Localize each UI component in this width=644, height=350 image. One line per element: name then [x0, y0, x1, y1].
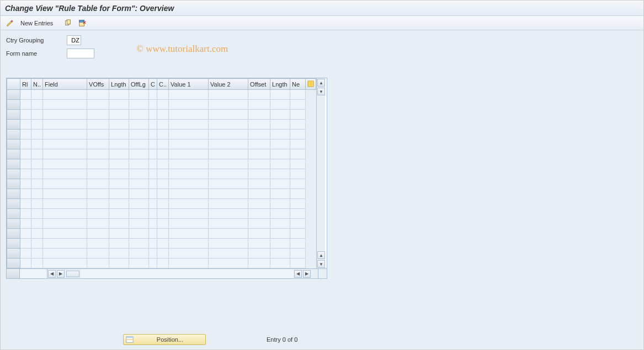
column-header[interactable]: Offset	[248, 79, 270, 90]
cell[interactable]	[209, 139, 248, 149]
column-header[interactable]: Ne	[290, 79, 306, 90]
cell[interactable]	[149, 219, 157, 229]
cell[interactable]	[248, 239, 270, 249]
cell[interactable]	[109, 189, 129, 199]
cell[interactable]	[169, 149, 209, 159]
cell[interactable]	[149, 189, 157, 199]
cell[interactable]	[290, 149, 306, 159]
cell[interactable]	[169, 199, 209, 209]
column-header[interactable]: Lngth	[109, 79, 129, 90]
row-selector[interactable]	[7, 209, 20, 219]
cell[interactable]	[290, 100, 306, 110]
cell[interactable]	[169, 159, 209, 169]
cell[interactable]	[157, 239, 169, 249]
cell[interactable]	[290, 239, 306, 249]
cell[interactable]	[20, 259, 31, 268]
new-entries-button[interactable]: New Entries	[18, 18, 60, 29]
cell[interactable]	[20, 229, 31, 239]
cell[interactable]	[209, 239, 248, 249]
cell[interactable]	[129, 169, 149, 179]
cell[interactable]	[248, 229, 270, 239]
cell[interactable]	[290, 110, 306, 120]
form-name-input[interactable]	[67, 49, 94, 58]
toggle-display-change-button[interactable]	[4, 18, 16, 29]
cell[interactable]	[129, 179, 149, 189]
cell[interactable]	[290, 179, 306, 189]
cell[interactable]	[43, 189, 87, 199]
column-header[interactable]: C	[149, 79, 157, 90]
cell[interactable]	[169, 219, 209, 229]
cell[interactable]	[31, 249, 43, 259]
column-header[interactable]: Value 2	[209, 79, 248, 90]
cell[interactable]	[157, 169, 169, 179]
cell[interactable]	[270, 229, 290, 239]
cell[interactable]	[290, 259, 306, 268]
cell[interactable]	[109, 159, 129, 169]
cell[interactable]	[109, 259, 129, 268]
cell[interactable]	[129, 130, 149, 139]
cell[interactable]	[149, 110, 157, 120]
cell[interactable]	[109, 199, 129, 209]
cell[interactable]	[290, 219, 306, 229]
cell[interactable]	[290, 229, 306, 239]
cell[interactable]	[270, 169, 290, 179]
position-button[interactable]: Position...	[123, 334, 206, 345]
cell[interactable]	[20, 239, 31, 249]
cell[interactable]	[209, 259, 248, 268]
cell[interactable]	[109, 100, 129, 110]
cell[interactable]	[248, 130, 270, 139]
cell[interactable]	[270, 179, 290, 189]
cell[interactable]	[87, 229, 109, 239]
row-selector[interactable]	[7, 149, 20, 159]
column-header[interactable]: Value 1	[169, 79, 209, 90]
cell[interactable]	[109, 139, 129, 149]
cell[interactable]	[87, 130, 109, 139]
cell[interactable]	[149, 209, 157, 219]
cell[interactable]	[209, 100, 248, 110]
cell[interactable]	[270, 259, 290, 268]
cell[interactable]	[248, 120, 270, 130]
cell[interactable]	[109, 239, 129, 249]
cell[interactable]	[149, 239, 157, 249]
cell[interactable]	[43, 139, 87, 149]
cell[interactable]	[31, 229, 43, 239]
cell[interactable]	[248, 90, 270, 100]
row-selector[interactable]	[7, 110, 20, 120]
cell[interactable]	[157, 249, 169, 259]
cell[interactable]	[20, 209, 31, 219]
cell[interactable]	[157, 139, 169, 149]
cell[interactable]	[31, 110, 43, 120]
cell[interactable]	[31, 159, 43, 169]
scroll-left-end-button[interactable]: ◀	[294, 270, 302, 278]
cell[interactable]	[270, 110, 290, 120]
cell[interactable]	[129, 149, 149, 159]
cell[interactable]	[290, 120, 306, 130]
cell[interactable]	[290, 139, 306, 149]
cell[interactable]	[290, 189, 306, 199]
scroll-down-button[interactable]: ▼	[317, 88, 325, 95]
cell[interactable]	[169, 239, 209, 249]
ctry-grouping-input[interactable]	[67, 35, 81, 45]
cell[interactable]	[209, 149, 248, 159]
cell[interactable]	[109, 169, 129, 179]
cell[interactable]	[87, 90, 109, 100]
cell[interactable]	[248, 169, 270, 179]
cell[interactable]	[209, 179, 248, 189]
cell[interactable]	[20, 199, 31, 209]
cell[interactable]	[149, 179, 157, 189]
row-selector[interactable]	[7, 179, 20, 189]
cell[interactable]	[129, 249, 149, 259]
row-selector[interactable]	[7, 100, 20, 110]
column-header[interactable]: Field	[43, 79, 87, 90]
cell[interactable]	[157, 259, 169, 268]
cell[interactable]	[169, 189, 209, 199]
cell[interactable]	[157, 189, 169, 199]
cell[interactable]	[149, 120, 157, 130]
row-selector[interactable]	[7, 199, 20, 209]
cell[interactable]	[87, 169, 109, 179]
cell[interactable]	[209, 219, 248, 229]
cell[interactable]	[109, 120, 129, 130]
cell[interactable]	[31, 239, 43, 249]
cell[interactable]	[270, 90, 290, 100]
cell[interactable]	[169, 179, 209, 189]
